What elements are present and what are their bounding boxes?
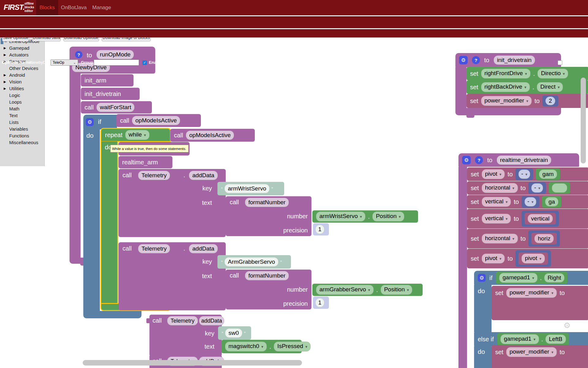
block-elseif-gamepad-row[interactable]: else if gamepad1 . LeftB bbox=[474, 332, 588, 346]
block-gamepad-value[interactable] bbox=[549, 182, 570, 194]
variable-field[interactable]: horiz bbox=[534, 234, 554, 243]
toolbox-item-variables[interactable]: Variables bbox=[0, 125, 45, 132]
method-field[interactable]: formatNumber bbox=[245, 198, 289, 207]
block-telemetry-adddata-2[interactable]: call Telemetry . addData key text bbox=[119, 242, 226, 310]
device-dropdown-field[interactable]: magswitch0 bbox=[225, 342, 267, 351]
property-dropdown-field[interactable]: Direct bbox=[537, 82, 563, 92]
device-dropdown-field[interactable]: rightBackDrive bbox=[481, 82, 530, 92]
block-set-horizontal-neg[interactable]: set horizontal to - bbox=[467, 181, 588, 195]
block-set-power-modifier-do1[interactable]: set power_modifier to bbox=[492, 286, 588, 320]
method-field[interactable]: addData bbox=[189, 171, 218, 180]
string-field[interactable]: ArmGrabberServo bbox=[224, 257, 278, 266]
toolbox-item-loops[interactable]: Loops bbox=[0, 98, 45, 105]
block-set-power-modifier-do2[interactable]: set power_modifier to bbox=[492, 345, 588, 368]
tab-onbotjava[interactable]: OnBotJava bbox=[60, 0, 88, 15]
property-dropdown-field[interactable]: Position bbox=[381, 285, 412, 295]
block-init-drivetrain-spine[interactable] bbox=[455, 67, 466, 110]
variable-dropdown-field[interactable]: horizontal bbox=[482, 183, 518, 193]
device-dropdown-field[interactable]: armWristServo bbox=[316, 212, 365, 221]
device-dropdown-field[interactable] bbox=[552, 183, 567, 193]
block-telemetry-adddata-1[interactable]: call Telemetry . addData key text bbox=[119, 169, 226, 237]
operator-dropdown-field[interactable]: - bbox=[531, 183, 543, 193]
block-variable-get[interactable]: pivot bbox=[518, 252, 548, 265]
block-call-init-arm[interactable]: init_arm bbox=[81, 74, 134, 86]
toolbox-item-vision[interactable]: Vision bbox=[0, 78, 45, 85]
variable-field[interactable]: vertical bbox=[528, 214, 553, 223]
block-math-expression[interactable]: horiz bbox=[528, 231, 560, 247]
number-field[interactable]: 1 bbox=[315, 298, 324, 307]
variable-dropdown-field[interactable]: power_modifier bbox=[481, 96, 532, 106]
block-math-expression[interactable]: vertical bbox=[522, 211, 559, 227]
block-number-precision-1[interactable]: 1 bbox=[313, 223, 329, 236]
function-name-field[interactable]: init_drivetrain bbox=[494, 56, 535, 65]
help-icon[interactable] bbox=[475, 156, 483, 164]
property-dropdown-field[interactable]: Position bbox=[372, 212, 404, 221]
device-dropdown-field[interactable]: ga bbox=[545, 197, 558, 206]
block-number-value[interactable]: 2 bbox=[542, 95, 559, 106]
object-field[interactable]: Telemetry bbox=[138, 244, 170, 253]
method-field[interactable]: formatNumber bbox=[245, 271, 289, 280]
block-realtime-drivetrain-spine[interactable] bbox=[458, 167, 467, 368]
variable-dropdown-field[interactable]: pivot bbox=[482, 169, 505, 179]
block-if-header[interactable]: if bbox=[83, 115, 117, 129]
help-icon[interactable] bbox=[472, 56, 480, 64]
vertical-scrollbar[interactable] bbox=[581, 78, 586, 163]
block-set-vertical-neg[interactable]: set vertical to - ga bbox=[467, 195, 588, 209]
block-number-precision-2[interactable]: 1 bbox=[313, 297, 329, 309]
block-variable-get[interactable]: horiz bbox=[531, 233, 557, 244]
block-magswitch0-ispressed[interactable]: magswitch0 . IsPressed bbox=[221, 340, 302, 353]
object-field[interactable]: Telemetry bbox=[167, 316, 198, 325]
variable-dropdown-field[interactable]: power_modifier bbox=[506, 347, 557, 357]
property-dropdown-field[interactable]: Right bbox=[544, 273, 564, 282]
block-gamepad-leftbumper[interactable]: gamepad1 . LeftB bbox=[497, 333, 569, 345]
block-init-drivetrain-bottom[interactable] bbox=[455, 108, 561, 115]
block-set-pivot-expr[interactable]: set pivot to pivot bbox=[467, 249, 588, 268]
number-field[interactable]: 2 bbox=[545, 97, 556, 105]
property-dropdown-field[interactable]: IsPressed bbox=[274, 342, 311, 351]
method-field[interactable]: addData bbox=[189, 244, 218, 253]
block-set-rightbackdrive-direction[interactable]: set rightBackDrive . Direct bbox=[466, 80, 588, 94]
block-call-opmodeisactive-1[interactable]: call opModeIsActive bbox=[116, 114, 201, 127]
variable-dropdown-field[interactable]: horizontal bbox=[482, 234, 518, 243]
block-string-armgrabberservo[interactable]: ArmGrabberServo bbox=[217, 255, 291, 269]
opmode-type-select[interactable]: TeleOp bbox=[51, 59, 78, 66]
block-if-bottom[interactable] bbox=[83, 311, 141, 318]
function-name-field[interactable]: realtime_drivetrain bbox=[497, 155, 551, 165]
block-init-drivetrain-header[interactable]: to init_drivetrain bbox=[455, 53, 561, 67]
variable-dropdown-field[interactable]: vertical bbox=[482, 214, 511, 224]
horizontal-scrollbar[interactable] bbox=[83, 360, 302, 366]
property-dropdown-field[interactable]: Directio bbox=[537, 69, 568, 79]
toolbox-item-math[interactable]: Math bbox=[0, 105, 45, 112]
function-name-field[interactable]: runOpMode bbox=[96, 50, 134, 59]
block-call-init-drivetrain[interactable]: init_drivetrain bbox=[81, 88, 140, 100]
toolbox-item-actuators[interactable]: Actuators bbox=[0, 51, 45, 58]
tab-blocks[interactable]: Blocks bbox=[36, 0, 58, 15]
mutator-gear-icon[interactable] bbox=[459, 56, 468, 64]
device-dropdown-field[interactable]: gamepad1 bbox=[499, 273, 537, 283]
string-field[interactable]: sw0 bbox=[225, 328, 242, 338]
property-dropdown-field[interactable]: LeftB bbox=[545, 335, 566, 344]
toolbox-item-lists[interactable]: Lists bbox=[0, 119, 45, 125]
block-negate[interactable]: - bbox=[528, 182, 546, 194]
help-icon[interactable] bbox=[75, 51, 82, 58]
toolbox-item-utilities[interactable]: Utilities bbox=[0, 85, 45, 92]
block-repeat-spine[interactable] bbox=[100, 141, 118, 304]
block-if-spine[interactable] bbox=[83, 129, 100, 311]
block-set-vertical-expr[interactable]: set vertical to vertical bbox=[467, 209, 588, 228]
block-call-waitforstart[interactable]: call waitForStart bbox=[81, 101, 152, 113]
block-realtime-drivetrain-header[interactable]: to realtime_drivetrain bbox=[458, 153, 579, 167]
object-field[interactable]: Telemetry bbox=[138, 171, 170, 180]
block-armwristservo-position[interactable]: armWristServo . Position bbox=[312, 210, 418, 223]
variable-dropdown-field[interactable]: power_modifier bbox=[506, 288, 557, 298]
block-if-gamepad-header[interactable]: if gamepad1 . Right bbox=[474, 271, 588, 285]
block-set-power-modifier-init[interactable]: set power_modifier to 2 bbox=[466, 94, 588, 108]
group-input[interactable] bbox=[94, 59, 139, 66]
toolbox-item-android[interactable]: Android bbox=[0, 71, 45, 78]
block-gamepad-value[interactable]: gam bbox=[536, 168, 560, 180]
toolbox-item-miscellaneous[interactable]: Miscellaneous bbox=[0, 139, 45, 146]
block-call-formatnumber-2[interactable]: call formatNumber number precision bbox=[226, 270, 311, 309]
toolbox-item-gamepad[interactable]: Gamepad bbox=[0, 44, 45, 51]
block-set-pivot-neg[interactable]: set pivot to - gam bbox=[467, 167, 588, 181]
block-string-armwristservo[interactable]: armWristServo bbox=[217, 182, 284, 195]
block-variable-get[interactable]: vertical bbox=[525, 213, 556, 224]
